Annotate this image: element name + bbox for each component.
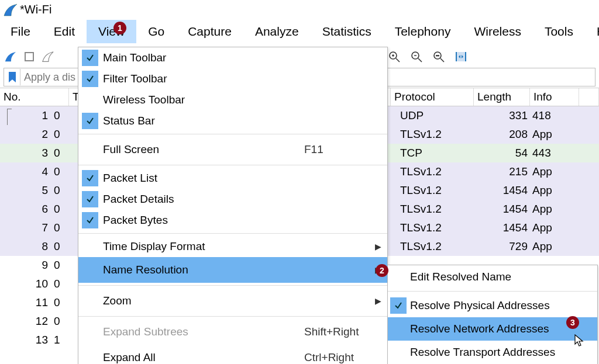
menu-item-label: Status Bar [102,115,304,127]
view-menu-expand-all[interactable]: Expand AllCtrl+Right [78,345,387,364]
view-menu-full-screen[interactable]: Full ScreenF11 [78,137,387,162]
menu-capture[interactable]: Capture [176,20,243,43]
nr-edit-resolved-name[interactable]: Edit Resolved Name [388,265,597,289]
checkmark-icon [82,212,98,228]
blank-check-icon [82,324,98,340]
checkmark-icon [82,170,98,186]
mouse-cursor-icon [574,334,585,347]
menu-item-label: Full Screen [102,143,304,156]
window-titlebar: *Wi-Fi [0,0,599,18]
menu-view[interactable]: View [87,20,136,43]
submenu-item-label: Resolve Transport Addresses [410,346,597,359]
menu-help[interactable]: Help [585,20,599,43]
zoom-in-icon[interactable] [387,50,401,64]
view-menu-zoom[interactable]: Zoom▶ [78,288,387,314]
column-protocol[interactable]: Protocol [391,88,474,106]
menu-item-shortcut: F11 [304,143,374,156]
filter-bookmark-button[interactable] [4,69,20,85]
view-menu-main-toolbar[interactable]: Main Toolbar [78,47,387,68]
menu-telephony[interactable]: Telephony [383,20,463,43]
blank-check-icon [390,321,407,337]
zoom-out-icon[interactable] [409,50,424,64]
callout-badge-1: 1 [113,22,126,34]
checkmark-icon [82,113,98,129]
resize-columns-icon[interactable] [454,50,468,64]
checkmark-icon [390,297,407,314]
svg-line-6 [418,58,422,62]
svg-line-2 [396,58,400,62]
column-no[interactable]: No. [0,88,69,106]
menu-item-label: Expand All [102,351,304,364]
blank-check-icon [82,141,98,158]
submenu-item-label: Edit Resolved Name [410,271,597,283]
menu-item-shortcut: Ctrl+Right [304,351,374,364]
menu-item-label: Main Toolbar [102,51,304,64]
callout-badge-3: 3 [566,316,579,329]
menu-statistics[interactable]: Statistics [311,20,383,43]
menu-item-label: Packet Bytes [102,214,304,227]
blank-check-icon [82,293,98,309]
view-menu-packet-list[interactable]: Packet List [78,168,387,189]
view-menu-wireless-toolbar[interactable]: Wireless Toolbar [78,89,387,110]
column-length[interactable]: Length [474,88,530,106]
callout-badge-2: 2 [376,264,388,277]
shark-fin-small-icon[interactable] [4,50,18,64]
view-menu-packet-details[interactable]: Packet Details [78,189,387,210]
blank-check-icon [82,238,98,255]
menu-file[interactable]: File [0,20,42,43]
tree-mark-icon [7,109,12,125]
zoom-reset-icon[interactable] [432,50,446,64]
blank-check-icon [82,262,98,278]
menu-analyze[interactable]: Analyze [243,20,311,43]
menu-wireless[interactable]: Wireless [462,20,533,43]
view-menu-time-display-format[interactable]: Time Display Format▶ [78,236,387,257]
nr-resolve-physical-addresses[interactable]: Resolve Physical Addresses [388,294,597,317]
svg-line-9 [440,58,444,62]
menu-item-label: Expand Subtrees [102,325,304,338]
view-menu-name-resolution[interactable]: Name Resolution▶ [78,257,387,283]
menu-go[interactable]: Go [136,20,176,43]
blank-check-icon [82,349,98,364]
window-title: *Wi-Fi [20,3,51,16]
submenu-arrow-icon: ▶ [374,296,381,306]
checkmark-icon [82,191,98,207]
view-menu-status-bar[interactable]: Status Bar [78,110,387,131]
checkmark-icon [82,71,98,87]
view-menu-packet-bytes[interactable]: Packet Bytes [78,210,387,231]
menu-item-label: Time Display Format [102,240,304,253]
menu-item-label: Filter Toolbar [102,72,304,85]
menu-item-label: Packet List [102,172,304,185]
view-menu-expand-subtrees: Expand SubtreesShift+Right [78,319,387,345]
column-info[interactable]: Info [530,88,579,106]
blank-check-icon [82,92,98,108]
blank-check-icon [390,269,407,285]
menu-item-label: Name Resolution [102,264,304,276]
menu-item-label: Wireless Toolbar [102,93,304,106]
stop-capture-icon[interactable] [22,50,36,64]
submenu-arrow-icon: ▶ [374,242,381,251]
checkmark-icon [82,50,98,66]
view-menu-dropdown: Main ToolbarFilter ToolbarWireless Toolb… [78,47,388,364]
restart-capture-icon[interactable] [41,50,55,64]
menu-tools[interactable]: Tools [533,20,585,43]
name-resolution-submenu: Edit Resolved NameResolve Physical Addre… [387,265,598,364]
svg-rect-0 [25,53,33,61]
submenu-item-label: Resolve Physical Addresses [410,299,597,312]
menu-bar: FileEditViewGoCaptureAnalyzeStatisticsTe… [0,18,599,47]
menu-item-shortcut: Shift+Right [304,325,374,338]
menu-item-label: Zoom [102,294,304,307]
wireshark-logo-icon [4,4,18,16]
menu-edit[interactable]: Edit [42,20,87,43]
svg-rect-12 [456,52,466,61]
blank-check-icon [390,344,407,360]
view-menu-filter-toolbar[interactable]: Filter Toolbar [78,68,387,89]
nr-resolve-transport-addresses[interactable]: Resolve Transport Addresses [388,341,597,364]
menu-item-label: Packet Details [102,193,304,206]
